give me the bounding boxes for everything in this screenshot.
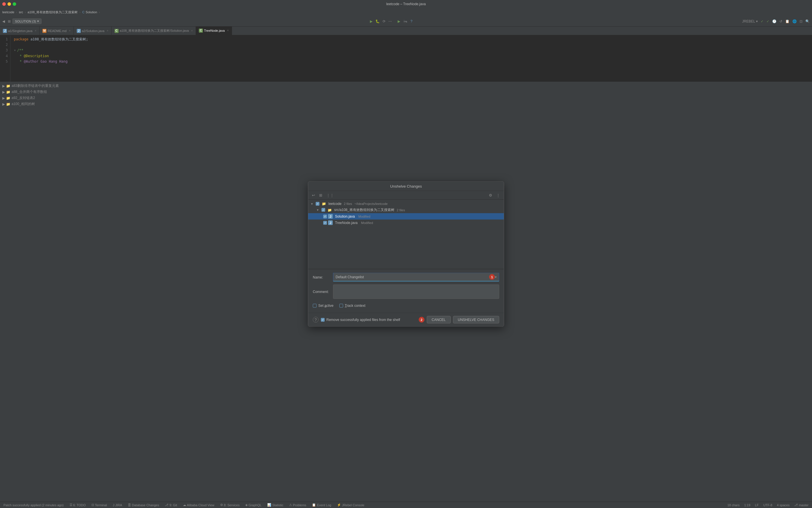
tab-a108solution[interactable]: C a108_将有效数组转换为二叉搜索树/Solution.java × xyxy=(112,27,196,35)
debug-button[interactable]: 🐛 xyxy=(374,19,381,24)
run-button[interactable]: ▶ xyxy=(369,19,374,24)
close-treenode-icon[interactable]: × xyxy=(227,29,229,32)
profile-button[interactable]: ⟳ xyxy=(381,19,387,24)
tab-icon-a2: J xyxy=(77,29,81,33)
solution-label: SOLUTION (3) xyxy=(15,19,36,23)
window-title: leetcode – TreeNode.java xyxy=(387,2,426,6)
tab-a2solution[interactable]: J a2/Solution.java × xyxy=(74,27,112,35)
breadcrumb: leetcode › src › a108_将有效数组转换为二叉搜索树 › C … xyxy=(0,8,812,16)
git-tick-button[interactable]: ✓ xyxy=(765,19,770,24)
history-button[interactable]: 🕐 xyxy=(771,19,778,24)
tab-readme[interactable]: M README.md × xyxy=(40,27,74,35)
git-check-button[interactable]: ✓ xyxy=(760,19,765,24)
bc-sep-2: › xyxy=(25,10,26,14)
tree-a100: a100_相同的树 xyxy=(11,101,35,107)
close-a108-icon[interactable]: × xyxy=(191,29,193,32)
view-button[interactable]: ⊞ xyxy=(7,19,12,24)
tab-label-a108: a108_将有效数组转换为二叉搜索树/Solution.java xyxy=(120,29,189,33)
code-content[interactable]: package a108_将有效数组转换为二叉搜索树; ▾/** * @Desc… xyxy=(10,36,812,82)
close-a2-icon[interactable]: × xyxy=(107,29,108,32)
title-bar: leetcode – TreeNode.java xyxy=(0,0,812,8)
close-readme-icon[interactable]: × xyxy=(69,29,71,32)
jrebel-label[interactable]: JREBEL ▾ xyxy=(741,19,759,24)
tab-label-a2: a2/Solution.java xyxy=(82,29,104,33)
revert-button[interactable]: ↺ xyxy=(778,19,783,24)
code-editor: 12345 package a108_将有效数组转换为二叉搜索树; ▾/** *… xyxy=(0,36,812,82)
project-tree-bg: ▶ 📁 a83删除排序链表中的重复元素 ▶ 📁 a88_合并两个有序数组 ▶ 📁… xyxy=(0,82,812,116)
bc-sep-1: › xyxy=(16,10,17,14)
minimize-button[interactable] xyxy=(7,2,11,6)
bc-leetcode[interactable]: leetcode xyxy=(2,10,14,14)
translate-button[interactable]: 🌐 xyxy=(791,19,798,24)
back-button[interactable]: ◀ xyxy=(1,19,6,24)
tab-icon-readme: M xyxy=(42,29,46,33)
tab-icon-a108: C xyxy=(115,29,119,33)
toolbar: ◀ ⊞ SOLUTION (3) ▾ ▶ 🐛 ⟳ ⋯ ▶ 🐜 ? JREBEL … xyxy=(0,16,812,27)
traffic-lights xyxy=(2,2,16,6)
fullscreen-button[interactable]: ⊡ xyxy=(799,19,804,24)
coverage-button[interactable]: ▶ xyxy=(397,19,401,24)
bc-src[interactable]: src xyxy=(19,10,23,14)
ide-header: leetcode › src › a108_将有效数组转换为二叉搜索树 › C … xyxy=(0,8,812,36)
line-numbers: 12345 xyxy=(0,36,10,82)
close-button[interactable] xyxy=(2,2,6,6)
tab-label-treenode: TreeNode.java xyxy=(204,29,225,32)
tree-a83: a83删除排序链表中的重复元素 xyxy=(11,83,59,88)
tab-singleton[interactable]: J a1/Singleton.java × xyxy=(0,27,40,35)
tab-label-readme: README.md xyxy=(48,29,66,33)
tab-icon-singleton: J xyxy=(3,29,7,33)
ant-button[interactable]: 🐜 xyxy=(402,19,409,24)
bc-sep-3: › xyxy=(79,10,81,14)
close-singleton-icon[interactable]: × xyxy=(35,29,36,32)
bc-sep-4: › xyxy=(99,10,100,14)
tab-treenode[interactable]: C TreeNode.java × xyxy=(196,27,232,35)
help-button[interactable]: ? xyxy=(409,19,413,24)
vcs-button[interactable]: 📋 xyxy=(784,19,791,24)
search-button[interactable]: 🔍 xyxy=(804,19,811,24)
bc-solution[interactable]: C xyxy=(82,10,85,14)
bc-solution-name[interactable]: Solution xyxy=(86,10,97,14)
tab-label-singleton: a1/Singleton.java xyxy=(8,29,32,33)
more-run-button[interactable]: ⋯ xyxy=(387,19,393,24)
solution-dropdown[interactable]: SOLUTION (3) ▾ xyxy=(12,18,42,24)
tree-a88: a88_合并两个有序数组 xyxy=(11,89,47,94)
chevron-down-icon: ▾ xyxy=(37,19,39,23)
tab-icon-treenode: C xyxy=(199,29,203,33)
bc-a108[interactable]: a108_将有效数组转换为二叉搜索树 xyxy=(28,10,78,14)
maximize-button[interactable] xyxy=(13,2,16,6)
file-tabs: J a1/Singleton.java × M README.md × J a2… xyxy=(0,27,812,35)
tree-a92: a92_反转链表2 xyxy=(11,95,35,100)
